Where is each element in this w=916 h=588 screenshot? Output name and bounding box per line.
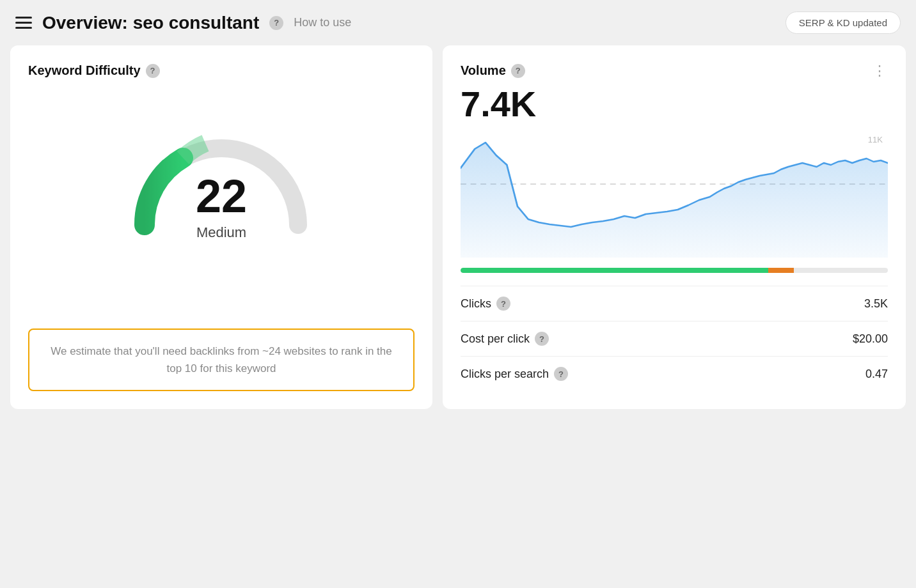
- metric-cpc-label: Cost per click ?: [461, 332, 549, 346]
- metric-clicks-value: 3.5K: [864, 297, 888, 311]
- volume-header: Volume ? ⋮: [461, 63, 888, 78]
- hamburger-menu[interactable]: [15, 17, 32, 29]
- how-to-use-link[interactable]: How to use: [294, 16, 351, 29]
- gauge-container: 22 Medium: [28, 97, 415, 263]
- gauge-center: 22 Medium: [196, 173, 247, 241]
- chart-container: 11K: [461, 130, 888, 260]
- progress-orange: [768, 268, 794, 273]
- chart-y-label: 11K: [868, 135, 883, 144]
- kd-card-title: Keyword Difficulty: [28, 63, 141, 78]
- main-content: Keyword Difficulty ?: [0, 45, 916, 419]
- clicks-help-icon[interactable]: ?: [496, 297, 510, 311]
- metric-cpc-value: $20.00: [853, 332, 888, 346]
- cps-help-icon[interactable]: ?: [554, 367, 568, 381]
- volume-more-button[interactable]: ⋮: [873, 64, 888, 78]
- kd-card-header: Keyword Difficulty ?: [28, 63, 415, 78]
- header-help-icon[interactable]: ?: [269, 16, 283, 30]
- metric-clicks-label: Clicks ?: [461, 297, 510, 311]
- metric-cpc: Cost per click ? $20.00: [461, 321, 888, 356]
- kd-label: Medium: [196, 224, 247, 241]
- cpc-help-icon[interactable]: ?: [535, 332, 549, 346]
- volume-card: Volume ? ⋮ 7.4K 11K: [443, 45, 906, 409]
- progress-green: [461, 268, 768, 273]
- volume-help-icon[interactable]: ?: [511, 64, 525, 78]
- estimate-box: We estimate that you'll need backlinks f…: [28, 329, 415, 391]
- svg-marker-1: [461, 143, 888, 258]
- volume-chart: [461, 130, 888, 258]
- estimate-text: We estimate that you'll need backlinks f…: [45, 343, 398, 377]
- kd-score: 22: [196, 173, 247, 219]
- metric-clicks: Clicks ? 3.5K: [461, 286, 888, 321]
- volume-card-title: Volume: [461, 63, 506, 78]
- volume-progress-bar: [461, 268, 888, 273]
- header: Overview: seo consultant ? How to use SE…: [0, 0, 916, 45]
- page-title: Overview: seo consultant: [42, 13, 259, 33]
- metric-cps-label: Clicks per search ?: [461, 367, 568, 381]
- serp-badge: SERP & KD updated: [786, 12, 901, 34]
- metrics-list: Clicks ? 3.5K Cost per click ? $20.00 Cl…: [461, 286, 888, 391]
- metric-cps-value: 0.47: [865, 368, 888, 381]
- volume-value: 7.4K: [461, 83, 888, 125]
- keyword-difficulty-card: Keyword Difficulty ?: [10, 45, 432, 409]
- metric-cps: Clicks per search ? 0.47: [461, 356, 888, 391]
- kd-help-icon[interactable]: ?: [146, 64, 160, 78]
